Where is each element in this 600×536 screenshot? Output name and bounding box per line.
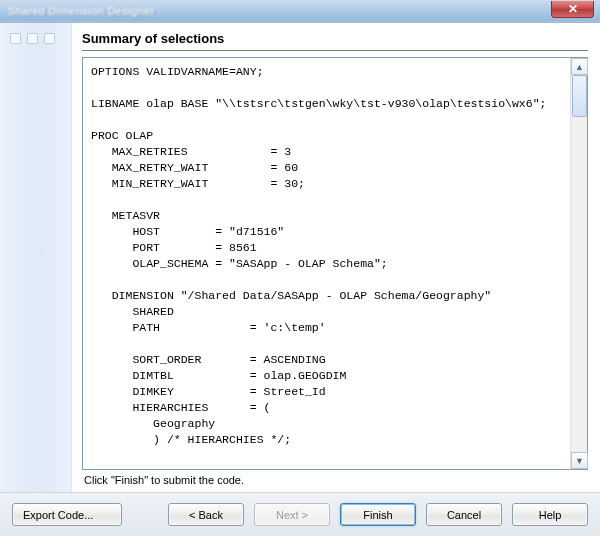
chevron-up-icon: ▲ [575, 62, 584, 72]
next-button: Next > [254, 503, 330, 526]
button-bar: Export Code... < Back Next > Finish Canc… [0, 492, 600, 536]
page-title: Summary of selections [82, 31, 588, 51]
code-textarea[interactable]: OPTIONS VALIDVARNAME=ANY; LIBNAME olap B… [83, 58, 570, 469]
finish-button[interactable]: Finish [340, 503, 416, 526]
close-icon: ✕ [568, 2, 578, 16]
cancel-button[interactable]: Cancel [426, 503, 502, 526]
wizard-step-marker [44, 33, 55, 44]
scroll-up-button[interactable]: ▲ [571, 58, 588, 75]
vertical-scrollbar[interactable]: ▲ ▼ [570, 58, 587, 469]
parent-window-title: Shared Dimension Designer [0, 5, 155, 17]
parent-window-close-button[interactable]: ✕ [551, 1, 594, 18]
wizard-step-marker [27, 33, 38, 44]
back-button[interactable]: < Back [168, 503, 244, 526]
parent-window-titlebar: Shared Dimension Designer [0, 0, 600, 22]
scroll-down-button[interactable]: ▼ [571, 452, 588, 469]
dialog-body: Summary of selections OPTIONS VALIDVARNA… [0, 23, 600, 492]
chevron-down-icon: ▼ [575, 456, 584, 466]
wizard-side-gutter [0, 23, 72, 492]
window-backdrop: Shared Dimension Designer ✕ Summary of s… [0, 0, 600, 536]
help-button[interactable]: Help [512, 503, 588, 526]
main-column: Summary of selections OPTIONS VALIDVARNA… [72, 23, 600, 492]
code-container: OPTIONS VALIDVARNAME=ANY; LIBNAME olap B… [82, 57, 588, 470]
export-code-button[interactable]: Export Code... [12, 503, 122, 526]
wizard-step-marker [10, 33, 21, 44]
hint-text: Click "Finish" to submit the code. [82, 470, 588, 488]
scroll-thumb[interactable] [572, 75, 587, 117]
dialog-panel: Summary of selections OPTIONS VALIDVARNA… [0, 22, 600, 536]
